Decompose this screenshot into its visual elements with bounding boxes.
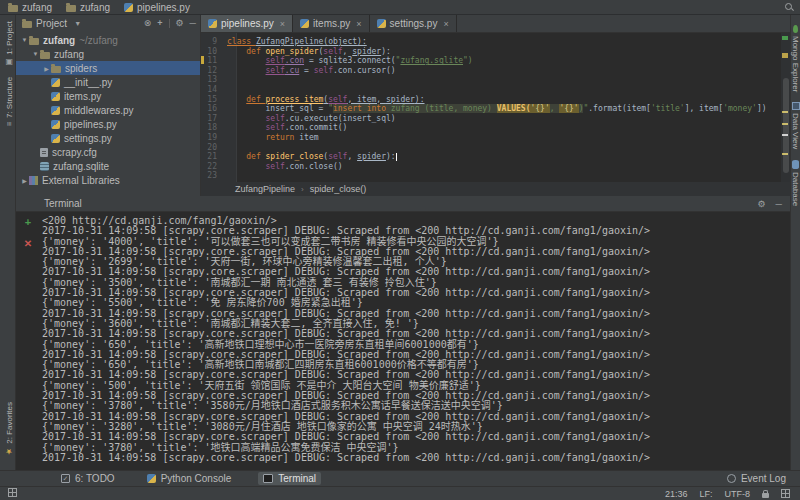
plus-target-icon[interactable] xyxy=(157,18,162,28)
code-line: 20 xyxy=(201,143,781,153)
chevron-down-icon[interactable]: ▼ xyxy=(31,51,40,57)
status-bar: 21:36 LF: UTF-8 xyxy=(0,486,800,500)
line-number: 20 xyxy=(201,143,227,153)
tree-item-middlewares-py[interactable]: middlewares.py xyxy=(16,103,200,117)
screen-icon[interactable] xyxy=(781,489,790,498)
tool-button-label: 1: Project xyxy=(5,21,14,55)
titlebar: zufangzufangpipelines.py xyxy=(0,0,800,15)
code-token: = sqlite3.connect( xyxy=(304,56,396,65)
code-lines: 9class ZufangPipeline(object):10 def ope… xyxy=(201,37,781,181)
tree-item-label: items.py xyxy=(64,91,101,102)
file-encoding[interactable]: UTF-8 xyxy=(725,489,751,499)
code-token: , item, xyxy=(347,95,386,104)
titlebar-path-item-pipelines-py[interactable]: pipelines.py xyxy=(124,2,190,13)
project-panel-title-group[interactable]: Project ▼ xyxy=(22,18,81,29)
code-token: .con.cursor() xyxy=(333,66,396,75)
code-token: insert_sql = xyxy=(227,104,328,113)
code-token xyxy=(227,123,266,132)
code-token: def xyxy=(246,152,265,161)
code-token: = xyxy=(299,66,313,75)
tool-button-database[interactable]: Database xyxy=(791,160,800,206)
code-editor[interactable]: 9class ZufangPipeline(object):10 def ope… xyxy=(201,33,781,182)
tool-button-1-project[interactable]: 1: Project xyxy=(3,21,15,67)
python-icon xyxy=(377,19,386,28)
code-token xyxy=(227,162,266,171)
tool-button-data-view[interactable]: Data View xyxy=(791,102,800,149)
close-icon[interactable]: × xyxy=(356,19,361,29)
left-stripe-top: 1: Project7: Structure xyxy=(0,15,15,136)
tool-button-terminal[interactable]: Terminal xyxy=(258,472,321,485)
tool-button-python-console[interactable]: Python Console xyxy=(142,472,237,485)
hide-icon[interactable] xyxy=(776,199,782,209)
event-log-button[interactable]: Event Log xyxy=(727,473,800,484)
tab-pipelines-py[interactable]: pipelines.py× xyxy=(201,15,293,32)
gear-icon[interactable] xyxy=(176,18,184,28)
line-separator[interactable]: LF: xyxy=(699,489,712,499)
tool-button-label: Terminal xyxy=(278,473,316,484)
project-panel: Project ▼ ▼zufang~/zufang▼zufang▶spiders… xyxy=(16,15,201,196)
plus-icon[interactable]: + xyxy=(16,216,40,228)
code-token: spider xyxy=(352,47,381,56)
code-token: self xyxy=(266,123,285,132)
tool-button-6-todo[interactable]: 6: TODO xyxy=(56,472,120,485)
project-panel-header: Project ▼ xyxy=(16,15,200,31)
tree-item-external-libraries[interactable]: ▶External Libraries xyxy=(16,173,200,187)
line-number: 13 xyxy=(201,75,227,85)
breadcrumb-method[interactable]: spider_close() xyxy=(310,184,367,194)
right-tool-stripe: Mongo ExplorerData ViewDatabase xyxy=(790,15,800,470)
python-icon xyxy=(300,19,309,28)
python-icon xyxy=(51,134,60,143)
close-icon[interactable]: × xyxy=(443,19,448,29)
tool-button-2-favorites[interactable]: 2: Favorites xyxy=(3,402,15,456)
code-token xyxy=(227,133,266,142)
code-text: insert_sql = "insert into zufang (title,… xyxy=(227,104,767,114)
close-icon[interactable]: × xyxy=(280,19,285,29)
tree-item-scrapy-cfg[interactable]: scrapy.cfg xyxy=(16,145,200,159)
gear-icon[interactable] xyxy=(758,199,766,209)
tree-item-init-py[interactable]: __init__.py xyxy=(16,75,200,89)
line-number: 14 xyxy=(201,85,227,95)
titlebar-path-label: zufang xyxy=(22,2,52,13)
code-token: 'money' xyxy=(723,104,757,113)
tool-button-mongo-explorer[interactable]: Mongo Explorer xyxy=(791,25,800,92)
chevron-right-icon[interactable]: ▶ xyxy=(42,65,51,72)
search-icon[interactable] xyxy=(784,2,794,12)
tree-item-spiders[interactable]: ▶spiders xyxy=(16,61,200,75)
code-token: .con.close() xyxy=(285,162,343,171)
tree-item-pipelines-py[interactable]: pipelines.py xyxy=(16,117,200,131)
chevron-down-icon[interactable]: ▼ xyxy=(20,37,29,43)
tree-item-zufang[interactable]: ▼zufang~/zufang xyxy=(16,33,200,47)
tab-settings-py[interactable]: settings.py× xyxy=(370,15,457,32)
line-number: 19 xyxy=(201,133,227,143)
tree-item-zufang-sqlite[interactable]: zufang.sqlite xyxy=(16,159,200,173)
lock-icon[interactable] xyxy=(762,493,769,498)
tab-items-py[interactable]: items.py× xyxy=(293,15,370,32)
toolwindow-toggle[interactable] xyxy=(0,488,17,499)
line-number: 11 xyxy=(201,56,227,66)
terminal-body[interactable]: + ✕ <200 http://cd.ganji.com/fang1/gaoxi… xyxy=(16,212,790,470)
tool-button-7-structure[interactable]: 7: Structure xyxy=(3,77,15,126)
code-text: def spider_close(self, spider): xyxy=(227,152,397,162)
code-text: def open_spider(self, spider): xyxy=(227,47,391,57)
breadcrumb-class[interactable]: ZufangPipeline xyxy=(235,184,295,194)
titlebar-path-item-zufang[interactable]: zufang xyxy=(8,2,52,13)
breadcrumb: ZufangPipeline › spider_close() xyxy=(201,182,790,196)
circle-cross-icon[interactable] xyxy=(144,18,152,28)
tool-button-label: 6: TODO xyxy=(75,473,115,484)
chevron-right-icon[interactable]: ▶ xyxy=(20,177,29,184)
tree-item-items-py[interactable]: items.py xyxy=(16,89,200,103)
titlebar-path-item-zufang[interactable]: zufang xyxy=(66,2,110,13)
code-token: 'title' xyxy=(651,104,685,113)
hide-icon[interactable] xyxy=(190,18,196,28)
error-stripe[interactable] xyxy=(781,33,790,182)
todo-icon xyxy=(61,474,70,483)
code-line: 22 self.con.close() xyxy=(201,162,781,172)
code-token: spider xyxy=(357,152,386,161)
caret-position[interactable]: 21:36 xyxy=(665,489,688,499)
code-token xyxy=(227,114,266,123)
code-token: spider_close xyxy=(266,152,324,161)
close-icon[interactable]: ✕ xyxy=(16,238,40,250)
editor-scrollbar[interactable] xyxy=(783,78,789,173)
tree-item-zufang[interactable]: ▼zufang xyxy=(16,47,200,61)
tree-item-settings-py[interactable]: settings.py xyxy=(16,131,200,145)
